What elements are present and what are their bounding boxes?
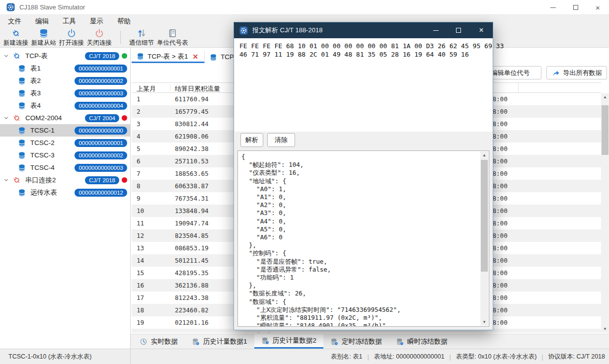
menu-item-文件[interactable]: 文件 [1, 15, 28, 28]
json-result-line: "A5": 0, [241, 225, 479, 233]
connection-status-dot [122, 177, 127, 183]
cell-unit: 0x2C (m³) [237, 331, 271, 333]
database-clock-icon [330, 338, 338, 346]
status-field-协议版本: 协议版本: CJ/T 2018 [548, 353, 605, 361]
json-result-line: "帧起始符": 104, [241, 161, 479, 169]
scrollbar-thumb[interactable] [602, 105, 609, 155]
tab-close-icon[interactable]: ✕ [192, 53, 198, 61]
status-field-separator: | [368, 354, 369, 361]
tab-TCP-表 > 表1[interactable]: TCP-表 > 表1✕ [132, 51, 205, 63]
scroll-down-arrow-icon[interactable]: ▼ [480, 318, 488, 326]
parse-result-output[interactable]: ▲ ▼ { "帧起始符": 104, "仪表类型": 16, "地址域": { … [237, 150, 489, 327]
chevron-down-icon [3, 115, 10, 121]
power-icon [67, 28, 76, 38]
toolbar-button-单位代号表[interactable]: 单位代号表 [155, 28, 190, 47]
tree-meter-表3[interactable]: 表300000000000003 [0, 87, 130, 99]
toolbar-button-打开连接[interactable]: 打开连接 [58, 28, 85, 47]
maximize-icon[interactable] [564, 0, 587, 15]
dialog-close-icon[interactable]: × [470, 22, 493, 38]
scroll-up-arrow-icon[interactable]: ▲ [480, 151, 488, 159]
dialog-minimize-icon[interactable] [424, 22, 447, 38]
column-header-month[interactable]: 上某月 [137, 84, 156, 93]
dialog-maximize-icon[interactable] [447, 22, 470, 38]
document-tabstrip: TCP-表 > 表1✕TCP-表 [132, 51, 249, 63]
toolbar-label: 新建从站 [31, 39, 56, 47]
cell-cumulative-flow: 190947.74 [175, 219, 209, 227]
tree-meter-TCSC-2[interactable]: TCSC-200000000000001 [0, 137, 130, 149]
tree-item-label: 远传水表 [30, 188, 57, 197]
bottom-tab-历史计量数据2[interactable]: 历史计量数据2 [254, 334, 324, 349]
tree-meter-TCSC-3[interactable]: TCSC-300000000000002 [0, 149, 130, 161]
tree-connection-COM2-2004[interactable]: COM2-2004CJ/T 2004 [0, 112, 130, 124]
menu-item-编辑[interactable]: 编辑 [28, 15, 56, 28]
toolbar-label: 单位代号表 [157, 39, 188, 47]
clear-button[interactable]: 清除 [267, 133, 295, 147]
tree-meter-TCSC-4[interactable]: TCSC-400000000000003 [0, 161, 130, 174]
export-all-data-button[interactable]: 导出所有数据 [546, 66, 607, 79]
plug-icon [11, 28, 21, 38]
database-icon [18, 65, 27, 73]
plug-icon [12, 51, 22, 61]
database-clock-icon [261, 337, 269, 345]
tree-item-label: TCSC-2 [30, 139, 55, 146]
cell-cumulative-flow: 501211.45 [175, 257, 209, 264]
tree-meter-远传水表[interactable]: 远传水表00000000000012 [0, 186, 130, 199]
toolbar-label: 通信细节 [129, 39, 154, 47]
cell-cumulative-flow: 890242.38 [175, 145, 209, 152]
protocol-badge: CJ/T 2018 [85, 52, 119, 60]
tree-connection-串口连接2[interactable]: 串口连接2CJ/T 2018 [0, 174, 130, 186]
toolbar-button-关闭连接[interactable]: 关闭连接 [85, 28, 113, 47]
bottom-tab-label: 定时冻结数据 [342, 337, 382, 346]
menu-item-帮助[interactable]: 帮助 [110, 15, 138, 28]
address-badge: 00000000000004 [75, 102, 127, 110]
toolbar-separator [120, 31, 121, 44]
toolbar-button-通信细节[interactable]: 通信细节 [128, 28, 155, 47]
result-vertical-scrollbar[interactable]: ▲ ▼ [480, 151, 488, 326]
minimize-icon[interactable] [542, 0, 564, 15]
bottom-tab-历史计量数据1[interactable]: 历史计量数据1 [185, 334, 254, 349]
app-gear-icon [6, 3, 15, 11]
connection-status-dot [122, 53, 127, 59]
chevron-down-icon [3, 177, 10, 183]
cell-cumulative-flow: 133848.94 [175, 207, 209, 215]
connection-status-dot [122, 115, 127, 121]
cell-month: 13 [137, 244, 144, 252]
scroll-down-arrow-icon[interactable]: ▼ [601, 325, 609, 333]
menu-item-显示[interactable]: 显示 [83, 15, 110, 28]
column-header-flow[interactable]: 结算日累积流量 [175, 84, 220, 93]
toolbar-button-新建从站[interactable]: 新建从站 [30, 28, 58, 47]
edit-unit-code-label: 编辑单位代号 [491, 69, 530, 77]
hex-message-input[interactable]: FE FE FE FE 68 10 01 00 00 00 00 00 00 8… [234, 38, 492, 132]
plug-icon [12, 175, 22, 185]
bottom-tab-瞬时冻结数据[interactable]: 瞬时冻结数据 [389, 334, 455, 349]
cell-month: 16 [137, 282, 144, 289]
app-gear-icon [239, 26, 248, 35]
status-field-separator: | [450, 354, 451, 361]
scrollbar-thumb[interactable] [481, 160, 488, 272]
bottom-tab-定时冻结数据[interactable]: 定时冻结数据 [323, 334, 389, 349]
cell-month: 7 [137, 170, 141, 177]
tree-meter-表2[interactable]: 表200000000000002 [0, 74, 130, 87]
json-result-line: "数据长度域": 26, [241, 290, 479, 297]
cell-timestamp: 2024/01/04 19:57:51 +08:00 [410, 331, 508, 333]
bottom-tab-label: 实时数据 [151, 337, 178, 346]
cell-cumulative-flow: 812243.38 [175, 294, 209, 301]
grid-vertical-scrollbar[interactable]: ▲ ▼ [601, 93, 609, 333]
json-result-line: "功能码": 1 [241, 274, 479, 282]
tree-meter-TCSC-1[interactable]: TCSC-100000000000000 [0, 124, 130, 137]
tree-item-label: 串口连接2 [25, 176, 56, 185]
bottom-tab-实时数据[interactable]: 实时数据 [133, 334, 185, 349]
chevron-down-icon [3, 53, 10, 59]
database-icon [18, 151, 27, 159]
close-icon[interactable]: × [587, 0, 609, 15]
tree-meter-表4[interactable]: 表400000000000004 [0, 99, 130, 112]
json-result-line: { [241, 153, 479, 161]
scroll-up-arrow-icon[interactable]: ▲ [601, 93, 609, 101]
tree-connection-TCP-表[interactable]: TCP-表CJ/T 2018 [0, 50, 130, 62]
menu-item-工具[interactable]: 工具 [56, 15, 83, 28]
toolbar-button-新建连接[interactable]: 新建连接 [2, 28, 30, 47]
tree-meter-表1[interactable]: 表100000000000001 [0, 62, 130, 74]
json-result-line: "数据域": { [241, 298, 479, 306]
parse-button[interactable]: 解析 [240, 133, 263, 147]
cell-month: 18 [137, 306, 144, 314]
